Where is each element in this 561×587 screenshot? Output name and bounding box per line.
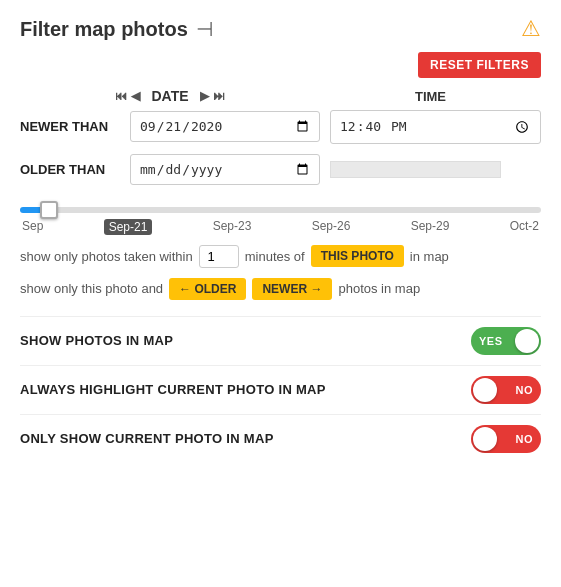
toggle-text-only-show: NO (516, 433, 534, 445)
slider-label-sep: Sep (22, 219, 43, 235)
older-newer-row: show only this photo and ← OLDER NEWER →… (20, 278, 541, 300)
collapse-icon[interactable]: ⊣ (196, 17, 213, 41)
toggle-row-only-show: ONLY SHOW CURRENT PHOTO IN MAP NO (20, 414, 541, 463)
minutes-middle: minutes of (245, 249, 305, 264)
minutes-input[interactable] (199, 245, 239, 268)
header-left: Filter map photos ⊣ (20, 17, 213, 41)
older-than-time-input: --:-- -- (330, 161, 501, 178)
toggle-label-show-photos: SHOW PHOTOS IN MAP (20, 333, 173, 348)
newer-than-date-wrapper (130, 111, 320, 142)
date-nav-last[interactable]: ⏭ (213, 89, 225, 103)
page-title: Filter map photos (20, 18, 188, 41)
slider-labels: Sep Sep-21 Sep-23 Sep-26 Sep-29 Oct-2 (20, 219, 541, 235)
older-newer-prefix: show only this photo and (20, 281, 163, 296)
minutes-prefix: show only photos taken within (20, 249, 193, 264)
this-photo-button[interactable]: THIS PHOTO (311, 245, 404, 267)
toggle-knob-only-show (473, 427, 497, 451)
newer-than-row: NEWER THAN (20, 110, 541, 144)
time-col-header: TIME (320, 89, 541, 104)
older-than-date-wrapper (130, 154, 320, 185)
toggle-only-show[interactable]: NO (471, 425, 541, 453)
toggle-label-only-show: ONLY SHOW CURRENT PHOTO IN MAP (20, 431, 274, 446)
toggle-row-show-photos: SHOW PHOTOS IN MAP YES (20, 316, 541, 365)
older-than-row: OLDER THAN --:-- -- (20, 154, 541, 185)
newer-than-time-wrapper (320, 110, 541, 144)
slider-label-sep26: Sep-26 (312, 219, 351, 235)
date-col-header: ⏮ ◀ DATE ▶ ⏭ (20, 88, 320, 104)
date-nav: ⏮ ◀ DATE ▶ ⏭ (115, 88, 226, 104)
header: Filter map photos ⊣ ⚠ (20, 16, 541, 42)
older-newer-suffix: photos in map (338, 281, 420, 296)
newer-than-time-input[interactable] (330, 110, 541, 144)
toggle-knob-show-photos (515, 329, 539, 353)
slider-label-oct2: Oct-2 (510, 219, 539, 235)
slider-label-sep21: Sep-21 (104, 219, 153, 235)
date-slider[interactable] (20, 207, 541, 213)
older-than-date-input[interactable] (130, 154, 320, 185)
older-button[interactable]: ← OLDER (169, 278, 246, 300)
warning-icon: ⚠ (521, 16, 541, 42)
reset-filters-button[interactable]: RESET FILTERS (418, 52, 541, 78)
toggle-row-highlight: ALWAYS HIGHLIGHT CURRENT PHOTO IN MAP NO (20, 365, 541, 414)
minutes-suffix: in map (410, 249, 449, 264)
slider-container (20, 199, 541, 217)
newer-than-date-input[interactable] (130, 111, 320, 142)
toggle-text-highlight: NO (516, 384, 534, 396)
date-header-label: DATE (151, 88, 188, 104)
date-nav-prev[interactable]: ◀ (131, 89, 140, 103)
slider-section: Sep Sep-21 Sep-23 Sep-26 Sep-29 Oct-2 (20, 199, 541, 235)
slider-label-sep29: Sep-29 (411, 219, 450, 235)
newer-than-label: NEWER THAN (20, 119, 130, 134)
toggle-text-show-photos: YES (479, 335, 503, 347)
newer-button[interactable]: NEWER → (252, 278, 332, 300)
toggle-knob-highlight (473, 378, 497, 402)
older-than-time-wrapper: --:-- -- (320, 160, 541, 178)
date-nav-first[interactable]: ⏮ (115, 89, 127, 103)
toggle-highlight[interactable]: NO (471, 376, 541, 404)
reset-row: RESET FILTERS (20, 52, 541, 84)
slider-label-sep23: Sep-23 (213, 219, 252, 235)
date-time-header: ⏮ ◀ DATE ▶ ⏭ TIME (20, 88, 541, 104)
older-than-label: OLDER THAN (20, 162, 130, 177)
toggle-show-photos[interactable]: YES (471, 327, 541, 355)
toggle-label-highlight: ALWAYS HIGHLIGHT CURRENT PHOTO IN MAP (20, 382, 326, 397)
date-nav-next[interactable]: ▶ (200, 89, 209, 103)
minutes-row: show only photos taken within minutes of… (20, 245, 541, 268)
